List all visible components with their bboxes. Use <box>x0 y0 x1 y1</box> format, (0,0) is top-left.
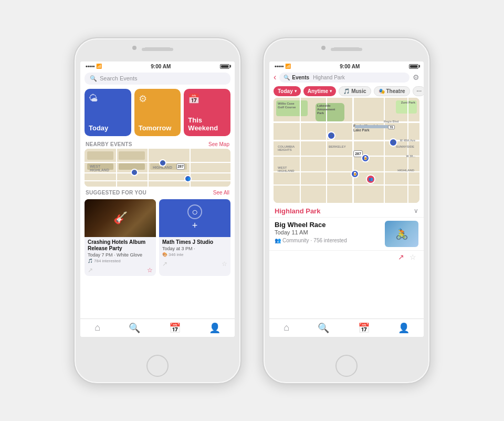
event-2-meta: 🎨 346 inte <box>162 252 227 257</box>
phone-2: ••••• 📶 9:00 AM ‹ 🔍 Events Highand Park … <box>262 37 430 384</box>
tomorrow-label: Tomorrow <box>139 124 178 132</box>
event-list-item-1[interactable]: Big Wheel Race Today 11 AM 👥 Community ·… <box>269 217 424 250</box>
bookmark-icon-1[interactable]: ☆ <box>147 266 153 274</box>
event-list-title: Big Wheel Race <box>275 221 381 229</box>
search-icon-2: 🔍 <box>284 75 290 80</box>
battery-icon-2 <box>409 64 418 69</box>
nearby-header: NEARBY EVENTS See Map <box>80 138 235 149</box>
art-icon: 🎨 <box>162 252 167 257</box>
wifi-icon-2: 📶 <box>285 64 291 69</box>
signal-indicator-2: ••••• 📶 <box>275 64 291 69</box>
tab-calendar-1[interactable]: 📅 <box>169 322 181 334</box>
event-1-meta: 🎵 784 interested <box>88 259 153 263</box>
location-header: Highland Park ∨ <box>269 203 424 217</box>
tab-calendar-2[interactable]: 📅 <box>358 322 370 334</box>
tab-search-1[interactable]: 🔍 <box>129 322 140 334</box>
bookmark-icon-event[interactable]: ☆ <box>410 253 416 261</box>
wifi-icon: 📶 <box>96 64 102 69</box>
event-actions: ↗ ☆ <box>269 250 424 263</box>
battery-indicator <box>220 64 229 69</box>
filter-icon[interactable]: ⚙ <box>413 73 419 81</box>
map-pin2-2[interactable]: 🍺 <box>361 154 370 162</box>
events-map[interactable]: Willis CaseGolf Course Zuni Park Lakesid… <box>274 98 419 203</box>
theatre-chip-icon: 🎭 <box>379 88 385 94</box>
more-icon: ⋯ <box>416 88 422 94</box>
location-name: Highland Park <box>275 207 320 215</box>
tab-profile-1[interactable]: 👤 <box>209 322 220 334</box>
phone2-screen: ••••• 📶 9:00 AM ‹ 🔍 Events Highand Park … <box>269 61 424 337</box>
anytime-arrow: ▾ <box>330 89 332 94</box>
event-list-meta: 👥 Community · 756 interested <box>275 238 381 243</box>
status-bar-1: ••••• 📶 9:00 AM <box>80 61 235 70</box>
event-list-body: Big Wheel Race Today 11 AM 👥 Community ·… <box>275 221 381 243</box>
map-pin-3[interactable]: 👥 <box>184 175 192 182</box>
map-pin2-1[interactable]: 🎵 <box>327 131 335 140</box>
search-bar[interactable]: 🔍 Search Events <box>85 73 230 85</box>
tab-bar-2: ⌂ 🔍 📅 👤 <box>269 319 424 337</box>
category-tomorrow[interactable]: ⚙ Tomorrow <box>134 89 181 136</box>
bookmark-icon-2[interactable]: ☆ <box>222 260 227 268</box>
phone-speaker <box>144 47 171 50</box>
community-icon: 👥 <box>275 238 281 243</box>
nearby-title: NEARBY EVENTS <box>86 141 132 147</box>
tomorrow-icon: ⚙ <box>139 93 178 105</box>
event-card-1[interactable]: 🎸 Crashing Hotels Album Release Party To… <box>85 199 156 276</box>
nav-bar-2: ‹ 🔍 Events Highand Park ⚙ <box>269 70 424 85</box>
search-tab-icon-1: 🔍 <box>129 322 140 334</box>
map-pin2-5[interactable]: 👥 <box>366 174 375 184</box>
signal-indicator: ••••• 📶 <box>86 64 102 69</box>
map-pin2-4[interactable]: 🍺 <box>351 170 359 178</box>
category-today[interactable]: 🌤 Today <box>85 89 131 136</box>
search-icon: 🔍 <box>90 75 97 82</box>
suggested-title: SUGGESTED FOR YOU <box>86 190 146 196</box>
phone-camera-2 <box>321 46 326 50</box>
tab-home-2[interactable]: ⌂ <box>284 322 289 333</box>
filter-today[interactable]: Today ▾ <box>274 86 301 96</box>
profile-icon-1: 👤 <box>209 322 220 334</box>
filter-anytime[interactable]: Anytime ▾ <box>303 86 336 96</box>
event-1-title: Crashing Hotels Album Release Party <box>88 239 153 252</box>
map-pin2-3[interactable]: 🎵 <box>389 138 397 147</box>
signal-dots: ••••• <box>86 64 95 69</box>
event-list-time: Today 11 AM <box>275 229 381 235</box>
calendar-icon-1: 📅 <box>169 322 181 334</box>
phone1-screen: ••••• 📶 9:00 AM 🔍 Search Events 🌤 Today … <box>80 61 235 337</box>
event-card-2-image: ○ + <box>159 199 230 237</box>
time-display: 9:00 AM <box>151 64 171 69</box>
search-location: Highand Park <box>313 75 345 80</box>
nearby-map[interactable]: WESTHIGHLAND HIGHLAND 287 🎵 🎵 👥 <box>85 149 230 187</box>
event-2-title: Math Times J Studio <box>162 239 227 245</box>
map-pin-1[interactable]: 🎵 <box>159 159 166 167</box>
tab-home-1[interactable]: ⌂ <box>94 322 100 333</box>
tab-search-2[interactable]: 🔍 <box>318 322 329 334</box>
category-weekend[interactable]: 📅 This Weekend <box>184 89 230 136</box>
calendar-icon-2: 📅 <box>358 322 370 334</box>
today-arrow: ▾ <box>295 89 297 94</box>
search-tab-icon-2: 🔍 <box>318 322 329 334</box>
battery-icon <box>220 64 229 69</box>
map-pin-2[interactable]: 🎵 <box>131 169 138 176</box>
suggested-link[interactable]: See All <box>213 190 229 196</box>
suggested-header: SUGGESTED FOR YOU See All <box>80 187 235 197</box>
home-button-2[interactable] <box>335 355 358 377</box>
filter-more[interactable]: ⋯ <box>413 86 424 96</box>
today-icon: 🌤 <box>89 93 128 104</box>
search-bar-2[interactable]: 🔍 Events Highand Park <box>279 73 410 83</box>
event-card-2-body: Math Times J Studio Today at 3 PM · 🎨 34… <box>159 237 230 259</box>
event-card-2[interactable]: ○ + Math Times J Studio Today at 3 PM · … <box>159 199 230 276</box>
home-icon-1: ⌂ <box>94 322 100 333</box>
nearby-link[interactable]: See Map <box>208 141 229 147</box>
filter-theatre[interactable]: 🎭 Theatre <box>374 86 410 96</box>
category-row: 🌤 Today ⚙ Tomorrow 📅 This Weekend <box>80 87 235 138</box>
share-icon-1[interactable]: ↗ <box>88 266 93 274</box>
status-bar-2: ••••• 📶 9:00 AM <box>269 61 424 70</box>
event-card-2-footer: ↗ ☆ <box>159 259 230 270</box>
home-button-1[interactable] <box>146 355 169 377</box>
chevron-down-icon[interactable]: ∨ <box>414 207 418 214</box>
share-icon-event[interactable]: ↗ <box>398 253 404 261</box>
tab-profile-2[interactable]: 👤 <box>398 322 410 334</box>
filter-music[interactable]: 🎵 Music <box>339 86 371 96</box>
share-icon-2[interactable]: ↗ <box>162 260 167 268</box>
phone-1: ••••• 📶 9:00 AM 🔍 Search Events 🌤 Today … <box>74 37 242 384</box>
back-button[interactable]: ‹ <box>272 73 277 82</box>
